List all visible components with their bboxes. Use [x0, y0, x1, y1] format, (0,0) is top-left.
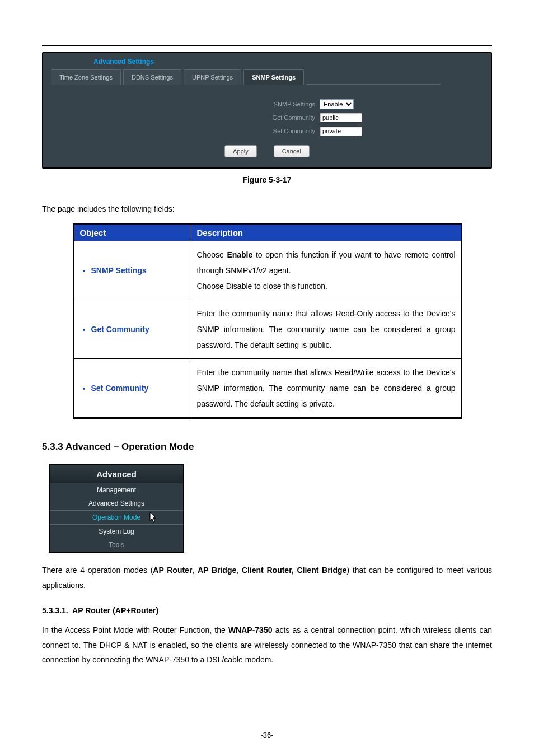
fields-table: Object Description SNMP Settings Choose … — [73, 223, 462, 419]
panel-title: Advanced Settings — [43, 53, 491, 69]
get-community-input[interactable] — [320, 113, 362, 123]
figure-caption: Figure 5-3-17 — [42, 175, 492, 184]
menu-advanced-settings[interactable]: Advanced Settings — [50, 497, 183, 510]
table-row: Get Community Enter the community name t… — [73, 300, 461, 359]
obj-snmp: SNMP Settings — [91, 266, 147, 275]
menu-tools[interactable]: Tools — [50, 538, 183, 552]
page-number: -36- — [0, 731, 534, 739]
th-object: Object — [73, 224, 191, 241]
desc-text: Enter the community name that allows Rea… — [191, 300, 461, 359]
cursor-icon — [148, 511, 160, 526]
section-heading: 5.3.3 Advanced – Operation Mode — [42, 441, 492, 452]
cancel-button[interactable]: Cancel — [274, 145, 310, 157]
table-row: SNMP Settings Choose Enable to open this… — [73, 241, 461, 300]
snmp-settings-label: SNMP Settings — [147, 101, 315, 108]
obj-get-community: Get Community — [91, 325, 149, 334]
set-community-label: Set Community — [147, 128, 315, 134]
modes-paragraph: There are 4 operation modes (AP Router, … — [42, 563, 492, 592]
menu-management[interactable]: Management — [50, 483, 183, 497]
tab-upnp[interactable]: UPNP Settings — [184, 69, 241, 85]
th-description: Description — [191, 224, 461, 241]
intro-text: The page includes the following fields: — [42, 204, 492, 213]
tab-time-zone[interactable]: Time Zone Settings — [51, 69, 121, 85]
get-community-label: Get Community — [147, 114, 315, 121]
desc-bold: Enable — [227, 250, 252, 259]
apply-button[interactable]: Apply — [224, 145, 257, 157]
menu-system-log[interactable]: System Log — [50, 525, 183, 538]
subsection-heading: 5.3.3.1. AP Router (AP+Router) — [42, 606, 492, 615]
obj-set-community: Set Community — [91, 384, 149, 393]
tab-snmp[interactable]: SNMP Settings — [243, 69, 304, 85]
snmp-settings-select[interactable]: Enable — [320, 99, 354, 109]
snmp-settings-screenshot: Advanced Settings Time Zone Settings DDN… — [42, 52, 492, 169]
body-paragraph: In the Access Point Mode with Router Fun… — [42, 623, 492, 668]
desc-text: Choose — [197, 250, 227, 259]
set-community-input[interactable] — [320, 126, 362, 136]
tab-ddns[interactable]: DDNS Settings — [123, 69, 181, 85]
menu-operation-mode[interactable]: Operation Mode — [50, 511, 183, 524]
desc-text: Choose Disable to close this function. — [197, 282, 327, 291]
desc-text: Enter the community name that allows Rea… — [191, 359, 461, 418]
advanced-header: Advanced — [50, 465, 183, 483]
advanced-menu-screenshot: Advanced Management Advanced Settings Op… — [49, 464, 184, 553]
table-row: Set Community Enter the community name t… — [73, 359, 461, 418]
